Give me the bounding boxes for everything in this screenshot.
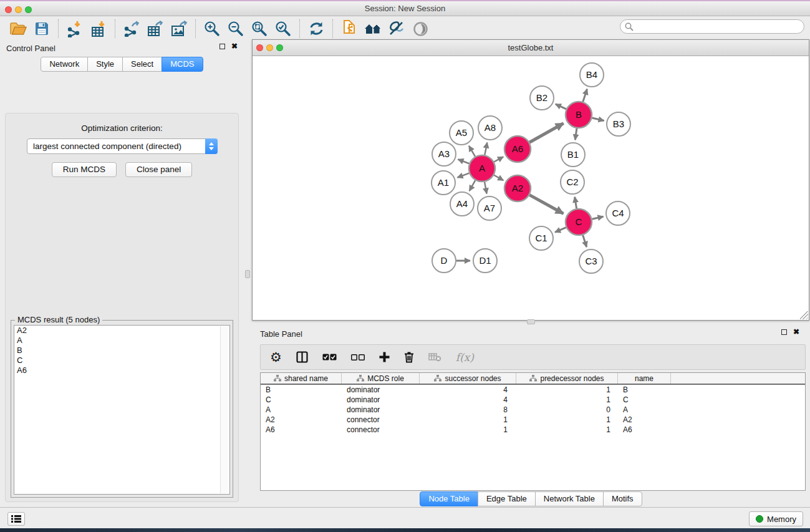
graph-edge-A6-B[interactable] bbox=[529, 123, 563, 143]
graph-edge-C-C1[interactable] bbox=[555, 228, 566, 233]
search-input[interactable] bbox=[634, 21, 804, 32]
graph-node-C2[interactable]: C2 bbox=[561, 170, 584, 194]
tab-network[interactable]: Network bbox=[41, 57, 88, 72]
network-canvas[interactable]: B4B2BB3A8A5A6A3B1AC2A1A2A4A7C4CC1DD1C3 bbox=[253, 56, 808, 319]
graph-edge-C-C4[interactable] bbox=[592, 216, 603, 219]
import-network-icon[interactable] bbox=[63, 19, 87, 39]
export-network-icon[interactable] bbox=[120, 19, 143, 39]
graph-node-A7[interactable]: A7 bbox=[478, 196, 501, 220]
network-window-titlebar[interactable]: testGlobe.txt bbox=[253, 40, 809, 56]
graph-edge-A-A8[interactable] bbox=[485, 143, 487, 155]
result-scrollbar[interactable] bbox=[220, 326, 229, 493]
graph-node-B2[interactable]: B2 bbox=[530, 86, 554, 110]
close-panel-button[interactable]: Close panel bbox=[125, 162, 192, 177]
float-panel-icon[interactable] bbox=[219, 44, 225, 49]
maximize-window-icon[interactable] bbox=[25, 6, 32, 13]
task-history-button[interactable] bbox=[7, 512, 25, 526]
graph-node-C1[interactable]: C1 bbox=[529, 226, 553, 250]
tab-mcds[interactable]: MCDS bbox=[162, 57, 203, 72]
column-header-mcds-role[interactable]: MCDS role bbox=[342, 373, 420, 384]
select-all-icon[interactable] bbox=[322, 350, 337, 365]
close-network-icon[interactable] bbox=[256, 44, 263, 51]
window-resize-grip[interactable] bbox=[800, 311, 808, 319]
graph-edge-A-A4[interactable] bbox=[470, 180, 475, 191]
close-window-icon[interactable] bbox=[5, 6, 12, 13]
zoom-in-icon[interactable] bbox=[200, 19, 224, 39]
memory-button[interactable]: Memory bbox=[749, 511, 803, 526]
mcds-result-item[interactable]: A2 bbox=[14, 326, 229, 336]
zoom-fit-icon[interactable] bbox=[248, 19, 271, 39]
graph-edge-B-B3[interactable] bbox=[592, 118, 604, 121]
export-table-icon[interactable] bbox=[143, 19, 167, 39]
minimize-window-icon[interactable] bbox=[15, 6, 22, 13]
graph-edge-B-B2[interactable] bbox=[556, 104, 566, 109]
zoom-selected-icon[interactable] bbox=[271, 19, 295, 39]
graph-edge-A-A3[interactable] bbox=[458, 159, 469, 163]
minimize-network-icon[interactable] bbox=[266, 44, 273, 51]
column-header-name[interactable]: name bbox=[618, 373, 671, 384]
graph-edge-A-A6[interactable] bbox=[494, 157, 503, 162]
graph-edge-A-A5[interactable] bbox=[469, 146, 475, 157]
table-row[interactable]: Cdominator41C bbox=[261, 395, 805, 405]
zoom-out-icon[interactable] bbox=[224, 19, 248, 39]
table-settings-gear-icon[interactable]: ⚙ bbox=[270, 350, 282, 365]
graph-node-A6[interactable]: A6 bbox=[504, 136, 531, 162]
table-row[interactable]: A2connector11A2 bbox=[261, 415, 805, 425]
graph-node-C4[interactable]: C4 bbox=[606, 201, 630, 225]
mcds-result-item[interactable]: C bbox=[14, 355, 229, 365]
home-view-icon[interactable] bbox=[361, 19, 385, 39]
graph-node-A1[interactable]: A1 bbox=[432, 171, 455, 195]
mcds-result-item[interactable]: A6 bbox=[14, 365, 229, 375]
graphics-details-icon[interactable] bbox=[385, 19, 408, 39]
refresh-layout-icon[interactable] bbox=[304, 19, 328, 39]
graph-edge-A-A2[interactable] bbox=[494, 175, 503, 181]
tab-edge-table[interactable]: Edge Table bbox=[478, 491, 536, 506]
graph-edge-C-C2[interactable] bbox=[575, 197, 577, 209]
column-layout-icon[interactable] bbox=[296, 350, 308, 365]
column-header-predecessor-nodes[interactable]: predecessor nodes bbox=[516, 373, 618, 384]
open-session-icon[interactable] bbox=[6, 19, 30, 39]
float-table-panel-icon[interactable] bbox=[781, 329, 787, 335]
clone-network-icon[interactable] bbox=[337, 19, 361, 39]
graph-edge-C-C3[interactable] bbox=[583, 235, 587, 247]
export-image-icon[interactable] bbox=[167, 19, 191, 39]
graph-node-C3[interactable]: C3 bbox=[579, 249, 603, 273]
graph-edge-B-B4[interactable] bbox=[583, 89, 587, 102]
import-table-icon[interactable] bbox=[87, 19, 110, 39]
show-hide-preview-icon[interactable] bbox=[408, 19, 432, 39]
horizontal-splitter-handle[interactable] bbox=[527, 319, 535, 324]
mcds-result-item[interactable]: B bbox=[14, 346, 229, 355]
search-box[interactable] bbox=[620, 19, 804, 34]
graph-edge-B-B1[interactable] bbox=[575, 128, 577, 140]
delete-column-trash-icon[interactable] bbox=[404, 350, 414, 365]
maximize-network-icon[interactable] bbox=[276, 44, 283, 51]
column-header-shared-name[interactable]: shared name bbox=[261, 373, 342, 384]
column-header-successor-nodes[interactable]: successor nodes bbox=[420, 373, 516, 384]
tab-node-table[interactable]: Node Table bbox=[420, 491, 478, 506]
table-row[interactable]: Bdominator41B bbox=[261, 385, 805, 395]
graph-edge-A-A7[interactable] bbox=[485, 182, 487, 194]
add-column-icon[interactable] bbox=[379, 350, 390, 365]
optimization-select[interactable]: largest connected component (directed) bbox=[27, 138, 218, 154]
graph-node-A3[interactable]: A3 bbox=[432, 142, 456, 166]
graph-node-C[interactable]: C bbox=[566, 209, 592, 235]
graph-edge-A-A1[interactable] bbox=[458, 173, 470, 178]
mcds-result-item[interactable]: A bbox=[14, 336, 229, 346]
tab-network-table[interactable]: Network Table bbox=[535, 491, 604, 506]
graph-node-A4[interactable]: A4 bbox=[450, 192, 474, 216]
close-panel-icon[interactable]: ✖ bbox=[231, 43, 238, 49]
graph-node-D1[interactable]: D1 bbox=[473, 249, 497, 273]
tab-motifs[interactable]: Motifs bbox=[603, 491, 642, 506]
graph-node-A[interactable]: A bbox=[469, 155, 495, 181]
graph-node-B4[interactable]: B4 bbox=[580, 63, 604, 87]
graph-node-A8[interactable]: A8 bbox=[478, 116, 502, 140]
vertical-splitter-handle[interactable] bbox=[245, 270, 250, 278]
tab-style[interactable]: Style bbox=[87, 57, 123, 72]
close-table-panel-icon[interactable]: ✖ bbox=[793, 329, 799, 335]
save-session-icon[interactable] bbox=[30, 19, 54, 39]
graph-node-B1[interactable]: B1 bbox=[561, 143, 585, 167]
tab-select[interactable]: Select bbox=[122, 57, 162, 72]
graph-node-B3[interactable]: B3 bbox=[607, 112, 630, 136]
table-row[interactable]: Adominator80A bbox=[261, 405, 805, 415]
graph-node-B[interactable]: B bbox=[566, 102, 592, 128]
